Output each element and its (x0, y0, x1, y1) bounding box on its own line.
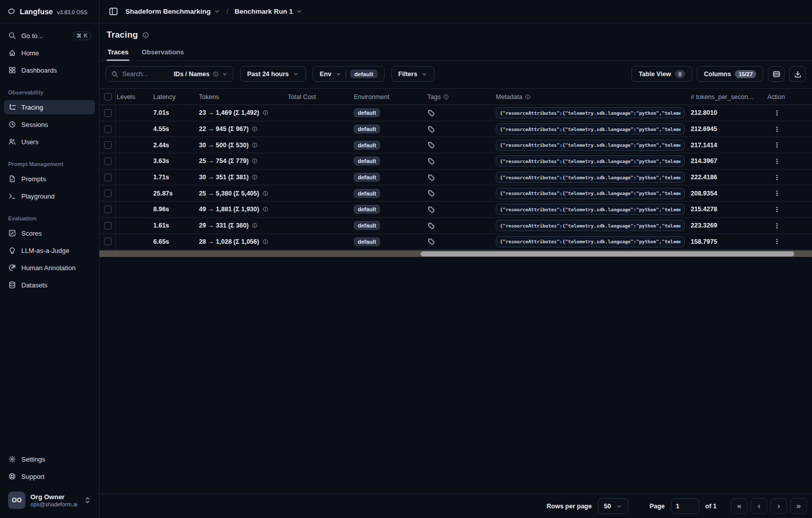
table-row[interactable]: 6.65s 28 → 1,028 (Σ 1,056) default {"res… (99, 234, 812, 250)
metadata-value[interactable]: {"resourceAttributes":{"telemetry.sdk.la… (496, 123, 685, 135)
search-type-dropdown[interactable]: IDs / Names (174, 71, 228, 78)
column-header-total-cost[interactable]: Total Cost (287, 93, 353, 101)
sidebar-item-support[interactable]: Support (4, 469, 95, 483)
environment-filter[interactable]: Env default (313, 66, 385, 82)
row-checkbox[interactable] (104, 157, 112, 165)
next-page-button[interactable]: › (770, 498, 787, 514)
metadata-value[interactable]: {"resourceAttributes":{"telemetry.sdk.la… (496, 204, 685, 215)
sidebar-item-users[interactable]: Users (4, 135, 95, 149)
metadata-value[interactable]: {"resourceAttributes":{"telemetry.sdk.la… (496, 188, 685, 199)
info-icon[interactable] (252, 174, 258, 180)
page-number-input[interactable] (671, 498, 699, 514)
row-checkbox[interactable] (104, 174, 112, 181)
row-checkbox[interactable] (104, 238, 112, 245)
rows-per-page-select[interactable]: 50 (598, 498, 628, 514)
sidebar-toggle-button[interactable] (107, 5, 120, 18)
row-actions-button[interactable] (770, 221, 784, 231)
tag-icon[interactable] (427, 189, 435, 197)
sidebar-item-playground[interactable]: Playground (4, 189, 95, 203)
info-icon[interactable] (262, 206, 268, 212)
row-actions-button[interactable] (770, 188, 784, 198)
info-icon[interactable] (142, 31, 149, 39)
column-header-latency[interactable]: Latency (152, 93, 198, 101)
row-actions-button[interactable] (770, 140, 784, 150)
row-checkbox[interactable] (104, 222, 112, 230)
previous-page-button[interactable]: ‹ (751, 498, 767, 514)
scrollbar-thumb[interactable] (421, 251, 794, 256)
info-icon[interactable] (252, 126, 258, 132)
sidebar-item-tracing[interactable]: Tracing (4, 100, 95, 114)
table-row[interactable]: 8.96s 49 → 1,881 (Σ 1,930) default {"res… (99, 202, 812, 218)
select-all-checkbox[interactable] (104, 93, 112, 101)
search-input[interactable] (122, 71, 162, 78)
filters-button[interactable]: Filters (391, 66, 435, 82)
row-checkbox[interactable] (104, 189, 112, 197)
row-checkbox[interactable] (104, 125, 112, 133)
org-breadcrumb[interactable]: Shadeform Benchmarking (125, 8, 220, 15)
sidebar-item-datasets[interactable]: Datasets (4, 278, 95, 292)
info-icon[interactable] (262, 239, 268, 245)
row-actions-button[interactable] (770, 124, 784, 134)
tag-icon[interactable] (427, 222, 435, 230)
tag-icon[interactable] (427, 174, 435, 181)
tag-icon[interactable] (427, 109, 435, 117)
column-header-levels[interactable]: Levels (116, 93, 152, 101)
info-icon[interactable] (252, 158, 258, 164)
table-row[interactable]: 1.61s 29 → 331 (Σ 360) default {"resourc… (99, 218, 812, 234)
download-button[interactable] (789, 66, 806, 82)
metadata-value[interactable]: {"resourceAttributes":{"telemetry.sdk.la… (496, 236, 685, 247)
time-range-filter[interactable]: Past 24 hours (240, 66, 306, 82)
row-checkbox[interactable] (104, 206, 112, 213)
table-view-button[interactable]: Table View 0 (631, 66, 692, 82)
tab-traces[interactable]: Traces (107, 45, 129, 60)
table-row[interactable]: 3.63s 25 → 754 (Σ 779) default {"resourc… (99, 153, 812, 170)
metadata-value[interactable]: {"resourceAttributes":{"telemetry.sdk.la… (496, 140, 685, 151)
metadata-value[interactable]: {"resourceAttributes":{"telemetry.sdk.la… (496, 220, 685, 231)
last-page-button[interactable]: » (790, 498, 807, 514)
row-actions-button[interactable] (770, 156, 784, 166)
row-actions-button[interactable] (770, 173, 784, 182)
sidebar-item-sessions[interactable]: Sessions (4, 117, 95, 132)
column-header-metadata[interactable]: Metadata (495, 93, 688, 101)
goto-search[interactable]: Go to... ⌘ K (4, 28, 95, 43)
info-icon[interactable] (252, 142, 258, 148)
column-header-tags[interactable]: Tags (426, 93, 495, 101)
row-checkbox[interactable] (104, 109, 112, 117)
first-page-button[interactable]: « (731, 498, 748, 514)
info-icon[interactable] (262, 110, 268, 116)
table-row[interactable]: 7.01s 23 → 1,469 (Σ 1,492) default {"res… (99, 105, 812, 121)
column-header-environment[interactable]: Environment (353, 93, 426, 101)
column-header-tokens-per-second[interactable]: # tokens_per_secon... (688, 93, 766, 101)
tag-icon[interactable] (427, 206, 435, 213)
row-checkbox[interactable] (104, 141, 112, 149)
horizontal-scrollbar[interactable] (99, 250, 812, 257)
metadata-value[interactable]: {"resourceAttributes":{"telemetry.sdk.la… (496, 172, 685, 183)
tab-observations[interactable]: Observations (141, 45, 185, 60)
tag-icon[interactable] (427, 141, 435, 149)
tag-icon[interactable] (427, 157, 435, 165)
sidebar-item-dashboards[interactable]: Dashboards (4, 63, 95, 77)
columns-button[interactable]: Columns 15/27 (697, 66, 763, 82)
sidebar-item-settings[interactable]: Settings (4, 452, 95, 466)
metadata-value[interactable]: {"resourceAttributes":{"telemetry.sdk.la… (496, 107, 685, 118)
info-icon[interactable] (252, 222, 258, 229)
tag-icon[interactable] (427, 238, 435, 245)
project-breadcrumb[interactable]: Benchmark Run 1 (234, 8, 302, 15)
table-row[interactable]: 4.55s 22 → 945 (Σ 967) default {"resourc… (99, 121, 812, 138)
row-actions-button[interactable] (770, 108, 784, 118)
tag-icon[interactable] (427, 125, 435, 133)
sidebar-item-llm-as-a-judge[interactable]: LLM-as-a-Judge (4, 243, 95, 257)
table-row[interactable]: 2.44s 30 → 500 (Σ 530) default {"resourc… (99, 137, 812, 153)
sidebar-item-prompts[interactable]: Prompts (4, 172, 95, 186)
table-row[interactable]: 25.87s 25 → 5,380 (Σ 5,405) default {"re… (99, 185, 812, 202)
row-height-button[interactable] (768, 66, 785, 82)
column-header-tokens[interactable]: Tokens (198, 93, 287, 101)
table-row[interactable]: 1.71s 30 → 351 (Σ 381) default {"resourc… (99, 170, 812, 186)
user-menu[interactable]: OO Org Owner ops@shadeform.ai (4, 487, 95, 516)
sidebar-item-human-annotation[interactable]: Human Annotation (4, 261, 95, 275)
info-icon[interactable] (262, 190, 268, 197)
sidebar-item-home[interactable]: Home (4, 46, 95, 60)
row-actions-button[interactable] (770, 237, 784, 246)
metadata-value[interactable]: {"resourceAttributes":{"telemetry.sdk.la… (496, 155, 685, 167)
sidebar-item-scores[interactable]: Scores (4, 226, 95, 240)
